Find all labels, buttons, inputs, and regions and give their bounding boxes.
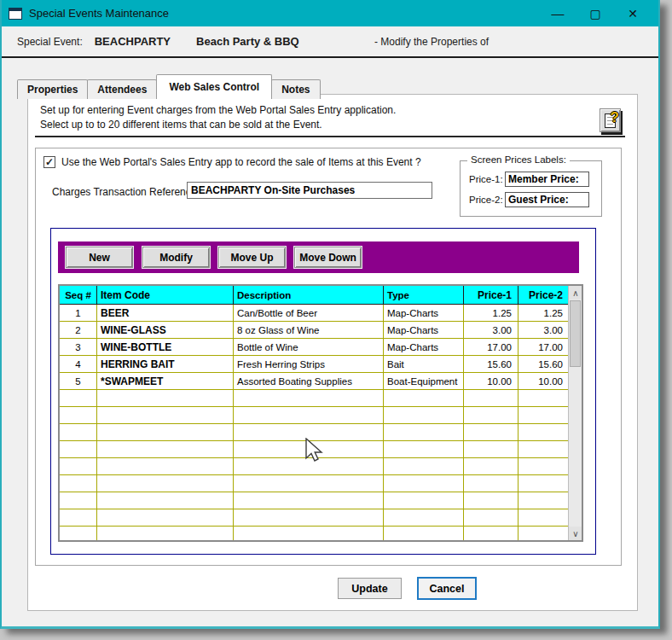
table-row[interactable]: 5*SWAPMEETAssorted Boating SuppliesBoat-… — [60, 373, 582, 390]
table-cell: 1 — [60, 305, 97, 322]
table-cell — [464, 527, 518, 542]
window-controls: — ▢ ✕ — [539, 0, 652, 26]
table-cell — [234, 407, 384, 424]
tab-attendees[interactable]: Attendees — [87, 79, 157, 99]
items-grid: Seq #Item CodeDescriptionTypePrice-1Pric… — [58, 284, 583, 542]
table-cell — [518, 475, 570, 492]
scroll-down-icon[interactable]: ∨ — [569, 527, 582, 540]
table-cell: WINE-BOTTLE — [97, 339, 234, 356]
new-button[interactable]: New — [66, 247, 133, 268]
tab-notes[interactable]: Notes — [271, 79, 320, 99]
maximize-button[interactable]: ▢ — [576, 0, 614, 26]
instruction-line-2: Select up to to 20 different items that … — [40, 118, 396, 132]
table-cell — [518, 527, 570, 542]
table-row[interactable]: 1BEERCan/Bottle of BeerMap-Charts1.251.2… — [60, 305, 582, 322]
table-cell — [60, 407, 97, 424]
grid-col-header[interactable]: Description — [234, 286, 384, 304]
table-cell — [97, 407, 234, 424]
table-cell — [97, 527, 234, 542]
charges-reference-input[interactable]: BEACHPARTY On-Site Purchases — [187, 182, 432, 199]
section-divider — [35, 136, 625, 137]
table-row[interactable] — [60, 509, 582, 527]
modify-button[interactable]: Modify — [142, 247, 210, 268]
table-cell: Boat-Equipment — [384, 373, 464, 390]
cancel-button[interactable]: Cancel — [417, 577, 477, 600]
table-cell: Map-Charts — [384, 305, 464, 322]
table-cell: 15.60 — [518, 356, 570, 373]
table-cell — [97, 509, 234, 527]
price1-row: Price-1: Member Price: — [469, 172, 589, 187]
table-cell — [464, 492, 518, 509]
close-button[interactable]: ✕ — [614, 0, 652, 26]
table-cell — [384, 527, 464, 542]
table-cell: 4 — [60, 356, 97, 373]
web-sales-control-page: Set up for entering Event charges from t… — [27, 94, 638, 611]
scrollbar-thumb[interactable] — [570, 300, 581, 367]
table-cell — [384, 441, 464, 458]
table-row[interactable]: 2WINE-GLASS8 oz Glass of WineMap-Charts3… — [60, 322, 582, 339]
table-row[interactable] — [60, 475, 582, 492]
scroll-up-icon[interactable]: ∧ — [569, 286, 582, 300]
table-cell: Assorted Boating Supplies — [234, 373, 384, 390]
table-row[interactable]: 3WINE-BOTTLEBottle of WineMap-Charts17.0… — [60, 339, 582, 356]
use-sales-entry-checkbox[interactable]: ✓ — [43, 156, 55, 168]
table-cell — [464, 441, 518, 458]
table-cell: WINE-GLASS — [97, 322, 234, 339]
table-cell — [60, 458, 97, 475]
table-cell: Fresh Herring Strips — [234, 356, 384, 373]
screen-prices-legend: Screen Prices Labels: — [467, 154, 570, 165]
table-row[interactable]: 4HERRING BAITFresh Herring StripsBait15.… — [60, 356, 582, 373]
grid-col-header[interactable]: Type — [384, 286, 464, 304]
table-row[interactable] — [60, 527, 582, 542]
table-cell: 3 — [60, 339, 97, 356]
table-cell — [234, 475, 384, 492]
special-events-maintenance-window: Special Events Maintenance — ▢ ✕ Special… — [0, 0, 660, 629]
table-cell — [234, 492, 384, 509]
help-question-icon: ? — [611, 110, 619, 125]
move-down-button[interactable]: Move Down — [294, 247, 362, 268]
table-cell — [464, 390, 518, 407]
table-cell: 17.00 — [464, 339, 518, 356]
table-row[interactable] — [60, 492, 582, 509]
table-cell — [234, 509, 384, 527]
grid-col-header[interactable]: Seq # — [60, 286, 97, 304]
grid-col-header[interactable]: Price-1 — [464, 286, 518, 304]
table-row[interactable] — [60, 390, 582, 407]
grid-vertical-scrollbar[interactable]: ∧ ∨ — [568, 286, 582, 540]
minimize-button[interactable]: — — [539, 0, 576, 26]
table-cell — [464, 407, 518, 424]
window-title: Special Events Maintenance — [29, 7, 169, 20]
table-cell — [234, 390, 384, 407]
help-button[interactable]: ? — [600, 108, 621, 132]
table-cell — [464, 458, 518, 475]
price1-input[interactable]: Member Price: — [505, 172, 589, 187]
instruction-line-1: Set up for entering Event charges from t… — [40, 103, 396, 118]
use-sales-entry-label: Use the Web Portal's Sales Entry app to … — [61, 156, 421, 168]
price1-label: Price-1: — [469, 174, 505, 184]
app-window-icon — [9, 8, 22, 20]
table-cell — [518, 441, 570, 458]
table-cell — [518, 492, 570, 509]
price2-input[interactable]: Guest Price: — [505, 192, 589, 207]
table-cell — [464, 509, 518, 527]
charges-reference-label: Charges Transaction Reference: — [52, 186, 200, 198]
screen-prices-group: Screen Prices Labels: Price-1: Member Pr… — [460, 160, 602, 217]
table-cell — [384, 424, 464, 441]
tab-properties[interactable]: Properties — [17, 79, 88, 99]
table-cell — [97, 458, 234, 475]
table-cell — [60, 424, 97, 441]
tab-web-sales-control[interactable]: Web Sales Control — [156, 74, 272, 99]
grid-col-header[interactable]: Price-2 — [518, 286, 570, 304]
table-cell — [518, 407, 570, 424]
table-cell — [518, 390, 570, 407]
price2-label: Price-2: — [469, 195, 505, 205]
table-cell — [384, 407, 464, 424]
table-cell: 1.25 — [464, 305, 518, 322]
move-up-button[interactable]: Move Up — [218, 247, 286, 268]
update-button[interactable]: Update — [338, 578, 402, 599]
grid-col-header[interactable]: Item Code — [97, 286, 234, 304]
event-header-label: Special Event: — [17, 36, 83, 48]
table-row[interactable] — [60, 407, 582, 424]
items-toolbar: New Modify Move Up Move Down — [58, 241, 579, 273]
table-cell — [384, 492, 464, 509]
